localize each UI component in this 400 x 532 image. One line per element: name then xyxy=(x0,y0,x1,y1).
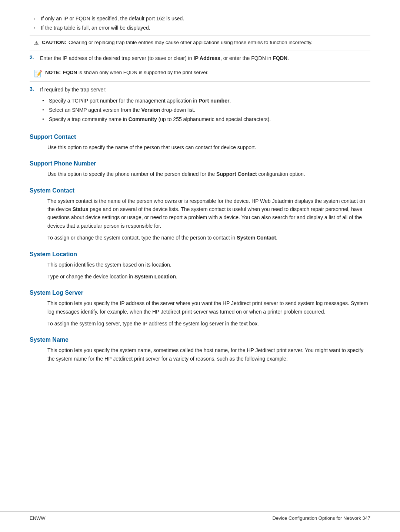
step-3-bullet-3: Specify a trap community name in Communi… xyxy=(40,116,370,123)
system-contact-heading: System Contact xyxy=(30,187,370,194)
footer-right: Device Configuration Options for Network… xyxy=(273,515,370,521)
note-box: 📝 NOTE:FQDN is shown only when FQDN is s… xyxy=(30,66,370,82)
system-contact-body: The system contact is the name of the pe… xyxy=(30,197,370,242)
system-log-heading: System Log Server xyxy=(30,290,370,296)
step-2: 2. Enter the IP address of the desired t… xyxy=(30,54,370,62)
caution-text: CAUTION:Clearing or replacing trap table… xyxy=(42,39,313,46)
step-3-num: 3. xyxy=(30,86,40,92)
support-phone-body: Use this option to specify the phone num… xyxy=(30,170,370,178)
step-3-bullets: Specify a TCP/IP port number for the man… xyxy=(40,97,370,123)
step-2-num: 2. xyxy=(30,54,40,60)
step-3-bullet-1: Specify a TCP/IP port number for the man… xyxy=(40,97,370,105)
system-name-body: This option lets you specify the system … xyxy=(30,346,370,363)
system-location-body: This option identifies the system based … xyxy=(30,261,370,281)
support-contact-body: Use this option to specify the name of t… xyxy=(30,143,370,151)
footer: ENWW Device Configuration Options for Ne… xyxy=(0,511,400,521)
note-icon: 📝 xyxy=(34,69,42,79)
system-name-heading: System Name xyxy=(30,337,370,343)
bullet-1: If only an IP or FQDN is specified, the … xyxy=(30,15,370,23)
system-log-body: This option lets you specify the IP addr… xyxy=(30,299,370,328)
system-location-heading: System Location xyxy=(30,251,370,258)
support-contact-heading: Support Contact xyxy=(30,134,370,140)
note-label: NOTE: xyxy=(45,70,61,75)
note-text: NOTE:FQDN is shown only when FQDN is sup… xyxy=(45,69,209,76)
step-3-bullet-2: Select an SNMP agent version from the Ve… xyxy=(40,106,370,114)
step-3: 3. If required by the trap server: Speci… xyxy=(30,86,370,124)
footer-left: ENWW xyxy=(30,515,46,521)
caution-label: CAUTION: xyxy=(42,40,66,45)
bullet-2: If the trap table is full, an error will… xyxy=(30,24,370,32)
step-2-content: Enter the IP address of the desired trap… xyxy=(40,54,370,62)
top-bullets: If only an IP or FQDN is specified, the … xyxy=(30,15,370,32)
caution-icon: ⚠ xyxy=(34,39,39,47)
support-phone-heading: Support Phone Number xyxy=(30,160,370,167)
caution-box: ⚠ CAUTION:Clearing or replacing trap tab… xyxy=(30,36,370,50)
step-3-content: If required by the trap server: Specify … xyxy=(40,86,370,124)
